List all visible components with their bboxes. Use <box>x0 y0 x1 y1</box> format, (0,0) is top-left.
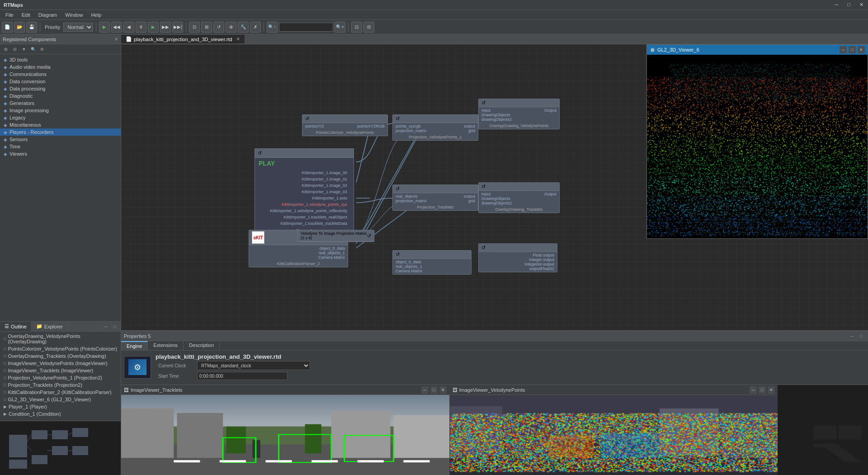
view-btn5[interactable]: 🔧 <box>238 22 249 33</box>
properties-panel: Properties 5 ─ □ Engine Extensions Descr… <box>121 330 868 385</box>
outline-minimize[interactable]: ─ <box>102 323 110 331</box>
comp-viewers[interactable]: ◈ Viewers <box>0 150 121 157</box>
comp-dataconv[interactable]: ◈ Data conversion <box>0 78 121 85</box>
iv-velodyne-close[interactable]: ✕ <box>768 386 775 394</box>
zoom-in-button[interactable]: 🔍+ <box>335 22 345 33</box>
camera-matrix-node[interactable]: ↺ object_0_data real_objects_1 Camera Ma… <box>392 250 472 275</box>
port-image01: KittiImporter_1.image_01 <box>259 176 350 182</box>
output-node[interactable]: ↺ Float output Integer output Integer64 … <box>478 243 557 272</box>
comp-collapse-btn[interactable]: ⊟ <box>11 45 19 53</box>
prop-tab-engine[interactable]: Engine <box>121 341 148 350</box>
gl3d-close[interactable]: ✕ <box>858 46 865 53</box>
comp-misc[interactable]: ◈ Miscellaneous <box>0 121 121 128</box>
comp-sensors[interactable]: ◈ Sensors <box>0 136 121 143</box>
diagram-canvas[interactable]: ↺ PLAY KittiImporter_1.image_00 KittiImp… <box>121 44 868 330</box>
prop-tab-description[interactable]: Description <box>184 341 220 350</box>
view-btn4[interactable]: ⊕ <box>226 22 236 33</box>
comp-diag[interactable]: ◈ Diagnostic <box>0 92 121 100</box>
iv-velodyne-minimize[interactable]: ─ <box>750 386 757 394</box>
outline-maximize[interactable]: □ <box>111 323 119 331</box>
comp-imgproc[interactable]: ◈ Image processing <box>0 107 121 114</box>
view-btn1[interactable]: ⊡ <box>189 22 200 33</box>
comp-expand-btn[interactable]: ⊞ <box>2 45 10 53</box>
comp-3d-tools[interactable]: ◈ 3D tools <box>0 56 121 63</box>
editor-tab-close[interactable]: ✕ <box>236 36 240 42</box>
priority-select[interactable]: Normal <box>63 23 93 32</box>
comp-time[interactable]: ◈ Time <box>0 143 121 150</box>
step-back-button[interactable]: ◀◀ <box>111 22 122 33</box>
menu-diagram[interactable]: Diagram <box>35 11 61 19</box>
iv-tracklets-close[interactable]: ✕ <box>439 386 447 394</box>
menu-file[interactable]: File <box>2 11 17 19</box>
proj-tracklets-node[interactable]: ↺ real_objects projection_matrix output … <box>392 185 478 211</box>
proj-velodyne-label: Projection_VelodynePoints_1 <box>393 134 478 140</box>
zoom-out-button[interactable]: 🔍− <box>267 22 278 33</box>
menu-edit[interactable]: Edit <box>18 11 34 19</box>
iv-tracklets-minimize[interactable]: ─ <box>421 386 429 394</box>
registered-components-close[interactable]: ✕ <box>114 37 118 42</box>
editor-tab-icon: 📄 <box>126 36 132 42</box>
outline-item-gl3d[interactable]: □ GL2_3D_Viewer_6 (GL2_3D_Viewer) <box>0 396 121 403</box>
comp-audio[interactable]: ◈ Audio video media <box>0 63 121 71</box>
iv-velodyne-title: ImageViewer_VelodynePoints <box>459 387 525 393</box>
search-input[interactable] <box>279 23 333 32</box>
outline-item-player1[interactable]: ▶ Player_1 (Player) <box>0 403 121 410</box>
comp-settings-btn[interactable]: ⚙ <box>38 45 46 53</box>
export-btn1[interactable]: ⊡ <box>351 22 362 33</box>
open-button[interactable]: 📂 <box>14 22 25 33</box>
outline-item-imageviewer-velodyne[interactable]: □ ImageViewer_VelodynePoints (ImageViewe… <box>0 360 121 367</box>
outline-item-overlay-velodyne[interactable]: □ OverlayDrawing_VelodynePoints (Overlay… <box>0 332 121 345</box>
menu-window[interactable]: Window <box>61 11 86 19</box>
outline-item-condition1[interactable]: ▶ Condition_1 (Condition) <box>0 410 121 418</box>
prop-tab-extensions[interactable]: Extensions <box>148 341 184 350</box>
gl3d-minimize[interactable]: ─ <box>840 46 847 53</box>
comp-label-sensors: Sensors <box>9 137 28 142</box>
next-button[interactable]: ▶▶ <box>160 22 171 33</box>
save-button[interactable]: 💾 <box>26 22 37 33</box>
tab-explorer[interactable]: 📁 Explorer <box>32 322 68 331</box>
iv-velodyne-restore[interactable]: □ <box>759 386 766 394</box>
outline-item-kitti-calib[interactable]: □ KittiCalibrationParser_2 (KittiCalibra… <box>0 389 121 396</box>
outline-item-overlay-tracklets[interactable]: □ OverlayDrawing_Tracklets (OverlayDrawi… <box>0 352 121 360</box>
prop-minimize[interactable]: ─ <box>848 332 856 340</box>
view-btn2[interactable]: ⊞ <box>201 22 212 33</box>
play-button[interactable]: ▶ <box>148 22 159 33</box>
mini-diagram-canvas[interactable] <box>0 421 121 475</box>
view-btn3[interactable]: ↺ <box>213 22 224 33</box>
iv-tracklets-restore[interactable]: □ <box>430 386 438 394</box>
overlay-velodyne-node[interactable]: ↺ Input DrawingObjects drawingObjects2 O… <box>478 99 560 129</box>
editor-tab-main[interactable]: 📄 playback_kitti_projection_and_3D_viewe… <box>121 35 245 43</box>
comp-filter-btn[interactable]: ▼ <box>20 45 28 53</box>
prop-maximize[interactable]: □ <box>857 332 865 340</box>
prop-clock-select[interactable]: RTMaps_standard_clock <box>197 361 310 370</box>
overlay-tracklets-node[interactable]: ↺ Input DrawingObjects drawingObjects2 O… <box>478 182 560 213</box>
prev-button[interactable]: ◀ <box>123 22 134 33</box>
comp-gen[interactable]: ◈ Generators <box>0 100 121 107</box>
export-btn2[interactable]: ⊟ <box>363 22 374 33</box>
points-colorizer-node[interactable]: ↺ pointsXYZ pointsXYZRGB PointsColorizer… <box>302 114 388 136</box>
view-btn6[interactable]: ✗ <box>250 22 261 33</box>
player1-node[interactable]: ↺ PLAY KittiImporter_1.image_00 KittiImp… <box>255 148 354 234</box>
proj-velodyne-node[interactable]: ↺ points_xyzrgb projection_matrix output… <box>392 114 478 141</box>
run-button[interactable]: ▶ <box>99 22 110 33</box>
fast-forward-button[interactable]: ▶▶| <box>172 22 183 33</box>
outline-item-proj-velodyne[interactable]: □ Projection_VelodynePoints_1 (Projectio… <box>0 374 121 381</box>
outline-item-points-colorizer[interactable]: □ PointsColorizer_VelodynePoints (Points… <box>0 345 121 352</box>
comp-legacy[interactable]: ◈ Legacy <box>0 114 121 121</box>
rtmaps-logo <box>809 421 863 470</box>
prop-starttime-input[interactable] <box>197 372 288 380</box>
tab-outline[interactable]: ☰ Outline <box>0 322 32 331</box>
outline-item-proj-tracklets[interactable]: □ Projection_Tracklets (Projection2) <box>0 381 121 389</box>
comp-comm[interactable]: ◈ Communications <box>0 71 121 78</box>
outline-item-imageviewer-tracklets[interactable]: □ ImageViewer_Tracklets (ImageViewer) <box>0 367 121 374</box>
pause-button[interactable]: ⏸ <box>136 22 146 33</box>
comp-dataproc[interactable]: ◈ Data processing <box>0 85 121 92</box>
menu-help[interactable]: Help <box>87 11 105 19</box>
comp-players[interactable]: ◈ Players - Recorders <box>0 128 121 136</box>
new-button[interactable]: 📄 <box>2 22 13 33</box>
gl3d-restore[interactable]: □ <box>849 46 856 53</box>
comp-icon-sensors: ◈ <box>4 137 7 142</box>
comp-search-btn[interactable]: 🔍 <box>29 45 37 53</box>
gl3d-viewer-window[interactable]: 🖥 GL2_3D_Viewer_6 ─ □ ✕ <box>646 44 868 239</box>
velodyne-matrix-node[interactable]: Velodyne To Image Projection Matrix (3 x… <box>297 230 374 242</box>
